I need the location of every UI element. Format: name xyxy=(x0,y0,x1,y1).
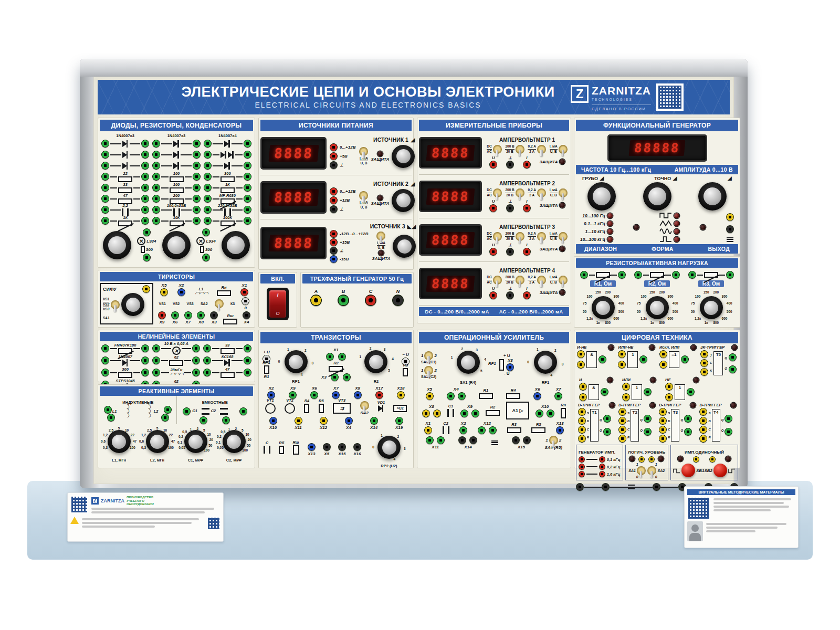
gate-input-jack[interactable] xyxy=(659,361,667,369)
panel-jack[interactable] xyxy=(536,410,543,417)
common-jack[interactable] xyxy=(506,291,514,299)
dt-qn-jack[interactable] xyxy=(644,428,652,436)
level-jack[interactable] xyxy=(648,456,655,463)
dt-c-jack[interactable] xyxy=(699,426,707,434)
dc-ac-toggle[interactable] xyxy=(493,188,502,197)
panel-jack[interactable] xyxy=(547,410,554,417)
dt-qn-jack[interactable] xyxy=(684,428,692,436)
jack[interactable] xyxy=(618,271,626,279)
panel-jack[interactable] xyxy=(345,417,353,425)
dt-c-jack[interactable] xyxy=(659,426,667,434)
c2-selector-knob[interactable]: 0,050,10,20,5125102050100 xyxy=(215,425,253,458)
iu-mode-toggle[interactable] xyxy=(559,145,568,154)
supply-jack[interactable] xyxy=(330,196,338,204)
jack[interactable] xyxy=(152,206,160,214)
supply-jack[interactable] xyxy=(330,152,338,160)
i-jack[interactable] xyxy=(523,204,531,212)
sa1-toggle[interactable] xyxy=(111,300,120,309)
fgen-gnd-jack[interactable] xyxy=(726,225,734,233)
jack[interactable] xyxy=(244,184,251,192)
jack[interactable] xyxy=(101,140,109,148)
panel-jack[interactable] xyxy=(338,443,346,451)
gate-input-jack[interactable] xyxy=(665,383,673,391)
jk-qn-jack[interactable] xyxy=(729,365,737,373)
level-jack[interactable] xyxy=(638,456,645,463)
jack[interactable] xyxy=(101,173,109,181)
panel-jack[interactable] xyxy=(459,426,467,434)
panel-jack[interactable] xyxy=(269,417,277,425)
panel-jack[interactable] xyxy=(512,436,520,444)
sa1-selector-knob[interactable]: 12345 xyxy=(447,344,490,380)
jack[interactable] xyxy=(152,195,160,203)
dc-ac-toggle[interactable] xyxy=(493,276,502,285)
panel-jack[interactable] xyxy=(424,426,432,434)
panel-jack[interactable] xyxy=(426,436,434,444)
jack[interactable] xyxy=(193,162,201,170)
supply-jack[interactable] xyxy=(330,205,338,213)
jack[interactable] xyxy=(193,217,201,225)
sa2-toggle[interactable] xyxy=(215,299,224,308)
jack[interactable] xyxy=(193,173,201,181)
jack[interactable] xyxy=(192,344,200,352)
jack[interactable] xyxy=(672,271,680,279)
supply-jack[interactable] xyxy=(330,161,338,169)
voltage-range-toggle[interactable] xyxy=(516,145,524,154)
jk-k-jack[interactable] xyxy=(700,368,708,376)
jack[interactable] xyxy=(688,271,696,279)
u-jack[interactable] xyxy=(489,291,497,299)
jk-q-jack[interactable] xyxy=(729,353,737,361)
jack-x5[interactable] xyxy=(142,285,150,293)
gate-input-jack[interactable] xyxy=(577,361,585,369)
panel-jack[interactable] xyxy=(422,410,430,417)
pulse-jack[interactable] xyxy=(599,464,605,470)
sa2-toggle[interactable] xyxy=(360,401,369,410)
bus-jack[interactable] xyxy=(576,483,584,491)
gate-output-jack[interactable] xyxy=(681,355,689,363)
jack[interactable] xyxy=(244,206,251,214)
voltage-range-toggle[interactable] xyxy=(516,232,524,241)
jack[interactable] xyxy=(141,195,149,203)
dt-d-jack[interactable] xyxy=(659,417,667,425)
sa2c2-toggle[interactable] xyxy=(424,366,433,375)
pot-knob-10k[interactable] xyxy=(162,231,191,259)
jack[interactable] xyxy=(141,184,149,192)
dc-ac-toggle[interactable] xyxy=(493,232,502,241)
jack[interactable] xyxy=(200,416,207,424)
dt-q-jack[interactable] xyxy=(644,415,652,423)
jack[interactable] xyxy=(193,151,201,159)
panel-jack[interactable] xyxy=(437,436,445,444)
single-pulse-jack[interactable] xyxy=(693,456,699,463)
jack[interactable] xyxy=(192,356,200,364)
jack[interactable] xyxy=(152,173,160,181)
jack[interactable] xyxy=(101,217,109,225)
panel-jack[interactable] xyxy=(158,311,166,319)
panel-jack[interactable] xyxy=(320,417,328,425)
amplitude-knob[interactable] xyxy=(698,182,727,211)
jack[interactable] xyxy=(101,344,109,352)
r2-selector-knob[interactable]: 12345 xyxy=(355,344,396,379)
dt-s-jack[interactable] xyxy=(659,408,667,416)
sb1-button[interactable] xyxy=(681,464,695,477)
jack[interactable] xyxy=(152,140,160,148)
gate-input-jack[interactable] xyxy=(577,350,585,358)
jk-c-jack[interactable] xyxy=(700,359,708,367)
jack[interactable] xyxy=(141,206,149,214)
panel-jack[interactable] xyxy=(353,443,361,451)
jack[interactable] xyxy=(101,195,109,203)
dt-qn-jack[interactable] xyxy=(724,428,732,436)
jack[interactable] xyxy=(203,369,211,376)
jack[interactable] xyxy=(244,369,251,376)
supply-jack[interactable] xyxy=(330,187,338,195)
dt-q-jack[interactable] xyxy=(603,415,611,423)
panel-jack[interactable] xyxy=(556,426,564,434)
panel-jack[interactable] xyxy=(426,392,434,400)
jack[interactable] xyxy=(204,206,212,214)
supply-jack[interactable] xyxy=(330,255,338,263)
jack[interactable] xyxy=(193,206,201,214)
common-jack[interactable] xyxy=(506,248,514,256)
dt-s-jack[interactable] xyxy=(699,408,707,416)
jack[interactable] xyxy=(141,217,149,225)
jack[interactable] xyxy=(152,356,160,364)
gate-input-jack[interactable] xyxy=(665,393,673,401)
phase-jack[interactable] xyxy=(365,295,376,306)
